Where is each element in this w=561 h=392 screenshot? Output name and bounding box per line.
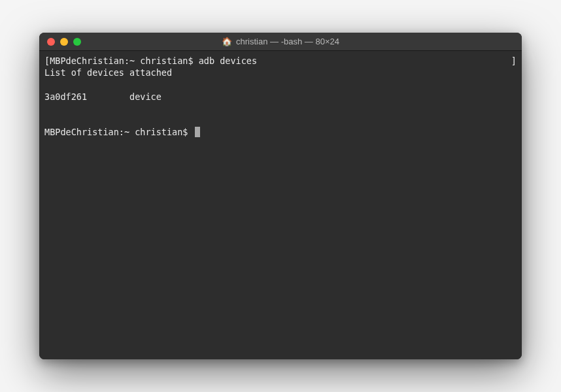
terminal-prompt: MBPdeChristian:~ christian$ bbox=[44, 126, 517, 138]
terminal-right-bracket: ] bbox=[511, 55, 517, 67]
terminal-body[interactable]: [MBPdeChristian:~ christian$ adb devices… bbox=[39, 51, 522, 359]
terminal-line: List of devices attached bbox=[44, 67, 517, 78]
close-button[interactable] bbox=[47, 38, 55, 46]
terminal-line: [MBPdeChristian:~ christian$ adb devices bbox=[44, 55, 257, 67]
window-title-text: christian — -bash — 80×24 bbox=[236, 37, 339, 46]
minimize-button[interactable] bbox=[60, 38, 68, 46]
window-title: 🏠 christian — -bash — 80×24 bbox=[222, 37, 339, 46]
prompt-text: MBPdeChristian:~ christian$ bbox=[44, 127, 194, 137]
cursor bbox=[195, 127, 200, 137]
terminal-blank-line bbox=[44, 114, 517, 126]
title-bar[interactable]: 🏠 christian — -bash — 80×24 bbox=[39, 33, 522, 51]
traffic-lights bbox=[47, 38, 81, 46]
maximize-button[interactable] bbox=[73, 38, 81, 46]
terminal-window: 🏠 christian — -bash — 80×24 [MBPdeChrist… bbox=[39, 33, 522, 359]
terminal-line: 3a0df261 device bbox=[44, 91, 517, 103]
home-icon: 🏠 bbox=[222, 37, 232, 46]
